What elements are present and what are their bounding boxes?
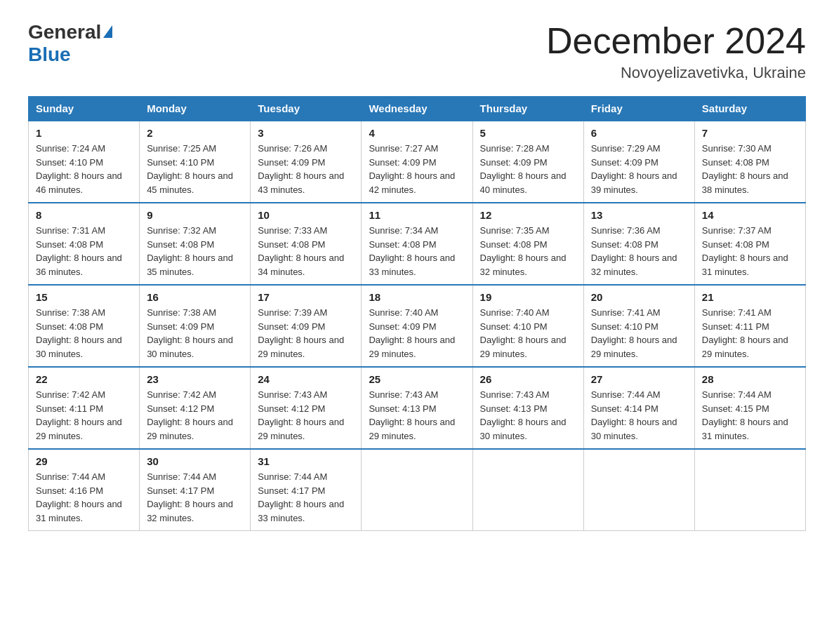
logo: General Blue: [28, 21, 112, 66]
calendar-cell: 10Sunrise: 7:33 AMSunset: 4:08 PMDayligh…: [251, 203, 362, 285]
day-info: Sunrise: 7:38 AMSunset: 4:08 PMDaylight:…: [36, 306, 132, 361]
calendar-cell: 23Sunrise: 7:42 AMSunset: 4:12 PMDayligh…: [140, 367, 251, 449]
calendar-cell: 16Sunrise: 7:38 AMSunset: 4:09 PMDayligh…: [140, 285, 251, 367]
day-info: Sunrise: 7:44 AMSunset: 4:17 PMDaylight:…: [147, 470, 243, 525]
day-info: Sunrise: 7:40 AMSunset: 4:10 PMDaylight:…: [480, 306, 576, 361]
calendar-cell: [362, 449, 472, 531]
weekday-header-friday: Friday: [583, 97, 694, 121]
logo-line2: Blue: [28, 43, 112, 66]
day-info: Sunrise: 7:32 AMSunset: 4:08 PMDaylight:…: [147, 224, 243, 279]
calendar-cell: 18Sunrise: 7:40 AMSunset: 4:09 PMDayligh…: [362, 285, 472, 367]
day-info: Sunrise: 7:41 AMSunset: 4:10 PMDaylight:…: [591, 306, 687, 361]
day-number: 20: [591, 291, 687, 303]
calendar-cell: 30Sunrise: 7:44 AMSunset: 4:17 PMDayligh…: [140, 449, 251, 531]
calendar-cell: 26Sunrise: 7:43 AMSunset: 4:13 PMDayligh…: [472, 367, 583, 449]
day-number: 28: [702, 373, 798, 385]
calendar-table: SundayMondayTuesdayWednesdayThursdayFrid…: [28, 96, 806, 531]
day-number: 7: [702, 127, 798, 139]
day-info: Sunrise: 7:39 AMSunset: 4:09 PMDaylight:…: [258, 306, 354, 361]
day-number: 17: [258, 291, 354, 303]
day-number: 29: [36, 455, 132, 467]
day-number: 21: [702, 291, 798, 303]
day-info: Sunrise: 7:44 AMSunset: 4:16 PMDaylight:…: [36, 470, 132, 525]
day-number: 16: [147, 291, 243, 303]
calendar-cell: 22Sunrise: 7:42 AMSunset: 4:11 PMDayligh…: [29, 367, 140, 449]
calendar-cell: 12Sunrise: 7:35 AMSunset: 4:08 PMDayligh…: [472, 203, 583, 285]
calendar-week-row: 22Sunrise: 7:42 AMSunset: 4:11 PMDayligh…: [29, 367, 806, 449]
day-number: 1: [36, 127, 132, 139]
weekday-header-sunday: Sunday: [29, 97, 140, 121]
day-info: Sunrise: 7:24 AMSunset: 4:10 PMDaylight:…: [36, 142, 132, 196]
logo-general-text: General: [28, 21, 101, 43]
location-title: Novoyelizavetivka, Ukraine: [546, 64, 806, 82]
calendar-cell: 25Sunrise: 7:43 AMSunset: 4:13 PMDayligh…: [362, 367, 472, 449]
calendar-cell: 5Sunrise: 7:28 AMSunset: 4:09 PMDaylight…: [472, 121, 583, 203]
weekday-header-wednesday: Wednesday: [362, 97, 472, 121]
day-number: 26: [480, 373, 576, 385]
day-info: Sunrise: 7:43 AMSunset: 4:13 PMDaylight:…: [369, 388, 465, 443]
day-info: Sunrise: 7:31 AMSunset: 4:08 PMDaylight:…: [36, 224, 132, 279]
day-info: Sunrise: 7:25 AMSunset: 4:10 PMDaylight:…: [147, 142, 243, 196]
calendar-week-row: 15Sunrise: 7:38 AMSunset: 4:08 PMDayligh…: [29, 285, 806, 367]
day-number: 3: [258, 127, 354, 139]
day-number: 6: [591, 127, 687, 139]
day-number: 11: [369, 209, 465, 221]
day-info: Sunrise: 7:26 AMSunset: 4:09 PMDaylight:…: [258, 142, 354, 196]
calendar-cell: 31Sunrise: 7:44 AMSunset: 4:17 PMDayligh…: [251, 449, 362, 531]
calendar-cell: 20Sunrise: 7:41 AMSunset: 4:10 PMDayligh…: [583, 285, 694, 367]
day-info: Sunrise: 7:43 AMSunset: 4:12 PMDaylight:…: [258, 388, 354, 443]
calendar-cell: 19Sunrise: 7:40 AMSunset: 4:10 PMDayligh…: [472, 285, 583, 367]
logo-blue-text: Blue: [28, 43, 71, 65]
day-info: Sunrise: 7:44 AMSunset: 4:17 PMDaylight:…: [258, 470, 354, 525]
calendar-cell: 11Sunrise: 7:34 AMSunset: 4:08 PMDayligh…: [362, 203, 472, 285]
calendar-cell: 6Sunrise: 7:29 AMSunset: 4:09 PMDaylight…: [583, 121, 694, 203]
day-number: 10: [258, 209, 354, 221]
day-info: Sunrise: 7:37 AMSunset: 4:08 PMDaylight:…: [702, 224, 798, 279]
page-header: General Blue December 2024 Novoyelizavet…: [28, 21, 806, 82]
calendar-cell: 29Sunrise: 7:44 AMSunset: 4:16 PMDayligh…: [29, 449, 140, 531]
day-number: 2: [147, 127, 243, 139]
calendar-cell: 2Sunrise: 7:25 AMSunset: 4:10 PMDaylight…: [140, 121, 251, 203]
weekday-header-thursday: Thursday: [472, 97, 583, 121]
weekday-header-monday: Monday: [140, 97, 251, 121]
day-info: Sunrise: 7:30 AMSunset: 4:08 PMDaylight:…: [702, 142, 798, 196]
calendar-cell: 14Sunrise: 7:37 AMSunset: 4:08 PMDayligh…: [694, 203, 805, 285]
calendar-cell: 17Sunrise: 7:39 AMSunset: 4:09 PMDayligh…: [251, 285, 362, 367]
title-block: December 2024 Novoyelizavetivka, Ukraine: [546, 21, 806, 82]
day-number: 5: [480, 127, 576, 139]
weekday-header-tuesday: Tuesday: [251, 97, 362, 121]
day-info: Sunrise: 7:43 AMSunset: 4:13 PMDaylight:…: [480, 388, 576, 443]
calendar-cell: 27Sunrise: 7:44 AMSunset: 4:14 PMDayligh…: [583, 367, 694, 449]
calendar-week-row: 29Sunrise: 7:44 AMSunset: 4:16 PMDayligh…: [29, 449, 806, 531]
calendar-cell: 9Sunrise: 7:32 AMSunset: 4:08 PMDaylight…: [140, 203, 251, 285]
day-number: 14: [702, 209, 798, 221]
day-info: Sunrise: 7:44 AMSunset: 4:14 PMDaylight:…: [591, 388, 687, 443]
day-info: Sunrise: 7:29 AMSunset: 4:09 PMDaylight:…: [591, 142, 687, 196]
calendar-cell: 1Sunrise: 7:24 AMSunset: 4:10 PMDaylight…: [29, 121, 140, 203]
calendar-cell: 8Sunrise: 7:31 AMSunset: 4:08 PMDaylight…: [29, 203, 140, 285]
logo-line1: General: [28, 21, 112, 43]
day-number: 8: [36, 209, 132, 221]
day-number: 22: [36, 373, 132, 385]
calendar-cell: 21Sunrise: 7:41 AMSunset: 4:11 PMDayligh…: [694, 285, 805, 367]
day-number: 12: [480, 209, 576, 221]
month-title: December 2024: [546, 21, 806, 61]
day-info: Sunrise: 7:40 AMSunset: 4:09 PMDaylight:…: [369, 306, 465, 361]
day-number: 31: [258, 455, 354, 467]
day-info: Sunrise: 7:36 AMSunset: 4:08 PMDaylight:…: [591, 224, 687, 279]
calendar-cell: 3Sunrise: 7:26 AMSunset: 4:09 PMDaylight…: [251, 121, 362, 203]
day-number: 4: [369, 127, 465, 139]
day-info: Sunrise: 7:33 AMSunset: 4:08 PMDaylight:…: [258, 224, 354, 279]
day-info: Sunrise: 7:41 AMSunset: 4:11 PMDaylight:…: [702, 306, 798, 361]
weekday-header-saturday: Saturday: [694, 97, 805, 121]
calendar-cell: 28Sunrise: 7:44 AMSunset: 4:15 PMDayligh…: [694, 367, 805, 449]
day-number: 13: [591, 209, 687, 221]
weekday-header-row: SundayMondayTuesdayWednesdayThursdayFrid…: [29, 97, 806, 121]
day-number: 25: [369, 373, 465, 385]
day-info: Sunrise: 7:27 AMSunset: 4:09 PMDaylight:…: [369, 142, 465, 196]
day-number: 19: [480, 291, 576, 303]
calendar-cell: 15Sunrise: 7:38 AMSunset: 4:08 PMDayligh…: [29, 285, 140, 367]
day-number: 24: [258, 373, 354, 385]
day-number: 23: [147, 373, 243, 385]
day-number: 27: [591, 373, 687, 385]
